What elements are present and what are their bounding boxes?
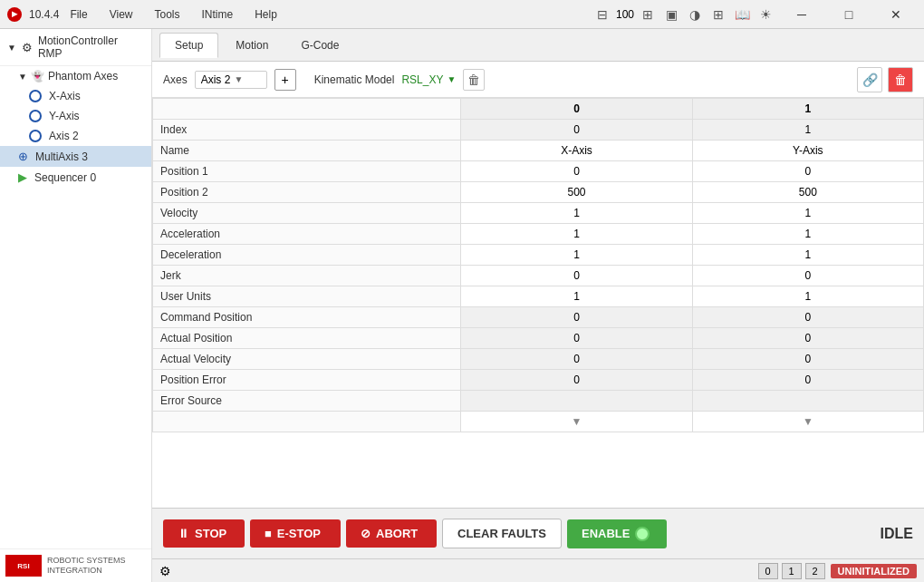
param-val2[interactable]: [692, 161, 923, 182]
estop-button[interactable]: ■ E-STOP: [250, 519, 341, 548]
toolbar-icon-monitor[interactable]: ▣: [661, 5, 681, 24]
param-val1[interactable]: [461, 161, 692, 182]
toolbar-icon-contrast[interactable]: ◑: [685, 5, 705, 24]
table-row: Position 1: [153, 161, 924, 182]
sidebar-bottom: RSI ROBOTIC SYSTEMSINTEGRATION: [0, 548, 151, 582]
param-val2[interactable]: [692, 224, 923, 245]
minimize-button[interactable]: ─: [781, 0, 823, 29]
param-label: Acceleration: [153, 224, 461, 245]
enable-button[interactable]: ENABLE: [567, 519, 667, 548]
axis-icon-y: [29, 110, 42, 122]
sidebar-phantom-axes[interactable]: ▼ 👻 Phantom Axes: [0, 66, 151, 86]
status-num-2: 2: [805, 563, 825, 579]
param-val2[interactable]: [692, 286, 923, 307]
axis-icon-2: [29, 130, 42, 142]
param-val1[interactable]: [461, 203, 692, 224]
kinematic-dropdown-icon: ▼: [447, 74, 456, 84]
sidebar-item-sequencer[interactable]: ▶ Sequencer 0: [0, 167, 151, 188]
param-input-1[interactable]: [468, 144, 684, 157]
axes-selector[interactable]: Axis 2 ▼: [195, 71, 267, 89]
param-val1[interactable]: [461, 141, 692, 161]
titlebar-right: ⊟ 100 ⊞ ▣ ◑ ⊞ 📖 ☀ ─ □ ✕: [592, 0, 917, 29]
table-row: Jerk: [153, 266, 924, 286]
toolbar-icon-zoom-in[interactable]: ⊞: [638, 5, 658, 24]
toolbar-icon-grid[interactable]: ⊞: [708, 5, 728, 24]
menu-intime[interactable]: INtime: [198, 6, 237, 23]
delete-red-button[interactable]: 🗑: [888, 67, 913, 92]
param-val2[interactable]: [692, 182, 923, 203]
tab-motion[interactable]: Motion: [220, 33, 284, 58]
param-input-1[interactable]: [468, 165, 684, 178]
param-val1[interactable]: [461, 245, 692, 266]
param-val2[interactable]: [692, 203, 923, 224]
param-input-2[interactable]: [700, 207, 916, 219]
menu-file[interactable]: File: [66, 6, 91, 23]
settings-icon[interactable]: ⚙: [159, 564, 171, 578]
param-input-1[interactable]: [468, 207, 684, 219]
tab-setup[interactable]: Setup: [159, 33, 218, 58]
tab-gcode[interactable]: G-Code: [285, 33, 354, 58]
sidebar-item-multiaxis[interactable]: ⊕ MultiAxis 3: [0, 146, 151, 167]
param-input-2[interactable]: [700, 186, 916, 199]
sidebar-controller-label: MotionController RMP: [38, 34, 144, 60]
param-val1[interactable]: [461, 286, 692, 307]
param-input-2[interactable]: [700, 144, 916, 157]
app-logo: ▶: [7, 7, 22, 22]
param-input-1[interactable]: [468, 228, 684, 240]
param-val2[interactable]: [692, 245, 923, 266]
header-col2: 1: [692, 99, 923, 120]
param-val1[interactable]: [461, 266, 692, 286]
add-axis-button[interactable]: +: [274, 69, 296, 91]
toolbar-icon-1[interactable]: ⊟: [592, 5, 612, 24]
sidebar-collapse-icon: ▼: [7, 43, 16, 53]
param-input-2[interactable]: [700, 290, 916, 303]
param-input-1[interactable]: [468, 269, 684, 282]
menu-view[interactable]: View: [106, 6, 137, 23]
delete-axis-button[interactable]: 🗑: [463, 69, 485, 91]
clear-faults-button[interactable]: CLEAR FAULTS: [442, 519, 562, 548]
param-input-1[interactable]: [468, 186, 684, 199]
enable-label: ENABLE: [582, 527, 630, 540]
setup-content: Axes Axis 2 ▼ + Kinematic Model RSL_XY ▼…: [152, 62, 924, 558]
sidebar-item-yaxis[interactable]: Y-Axis: [0, 106, 151, 126]
param-val2: 1: [692, 120, 923, 141]
dropdown-arrow-1[interactable]: ▼: [461, 412, 692, 432]
axes-label: Axes: [163, 73, 188, 86]
param-val2[interactable]: [692, 266, 923, 286]
sidebar-controller[interactable]: ▼ ⚙ MotionController RMP: [0, 29, 151, 66]
phantom-icon: 👻: [31, 70, 44, 82]
maximize-button[interactable]: □: [828, 0, 870, 29]
param-val2: 0: [692, 349, 923, 370]
param-val1[interactable]: [461, 224, 692, 245]
table-row: Index01: [153, 120, 924, 141]
param-label: Deceleration: [153, 245, 461, 266]
toggle-indicator: [635, 527, 650, 541]
menu-tools[interactable]: Tools: [151, 6, 184, 23]
toolbar-icon-book[interactable]: 📖: [732, 5, 752, 24]
param-label: Actual Position: [153, 328, 461, 349]
phantom-axes-label: Phantom Axes: [48, 70, 118, 82]
param-input-2[interactable]: [700, 269, 916, 282]
kinematic-model-selector[interactable]: RSL_XY ▼: [401, 73, 456, 86]
menu-help[interactable]: Help: [251, 6, 281, 23]
param-input-2[interactable]: [700, 248, 916, 261]
table-row: Error Source: [153, 391, 924, 412]
sidebar-item-xaxis[interactable]: X-Axis: [0, 86, 151, 106]
param-input-1[interactable]: [468, 248, 684, 261]
close-button[interactable]: ✕: [875, 0, 917, 29]
table-row: Acceleration: [153, 224, 924, 245]
toolbar-icon-sun[interactable]: ☀: [756, 5, 775, 24]
table-row: Position Error00: [153, 370, 924, 391]
abort-button[interactable]: ⊘ ABORT: [346, 519, 437, 548]
param-input-1[interactable]: [468, 290, 684, 303]
link-button[interactable]: 🔗: [857, 67, 882, 92]
stop-button[interactable]: ⏸ STOP: [163, 519, 245, 548]
param-input-2[interactable]: [700, 165, 916, 178]
param-val2: 0: [692, 370, 923, 391]
dropdown-arrow-2[interactable]: ▼: [692, 412, 923, 432]
param-input-2[interactable]: [700, 228, 916, 240]
sidebar-item-axis2[interactable]: Axis 2: [0, 126, 151, 146]
param-label: Position Error: [153, 370, 461, 391]
param-val1[interactable]: [461, 182, 692, 203]
param-val2[interactable]: [692, 141, 923, 161]
